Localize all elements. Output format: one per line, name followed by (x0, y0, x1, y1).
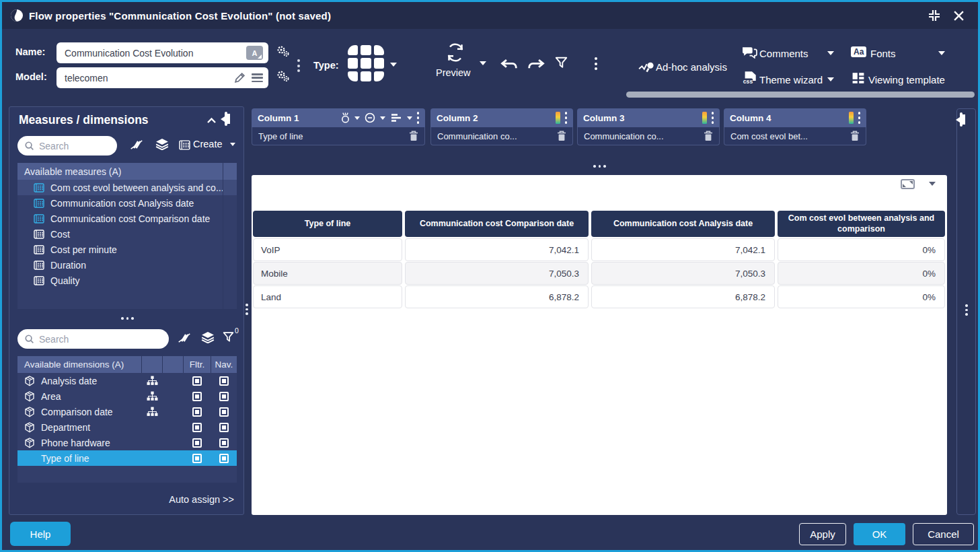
viewing-template-button[interactable]: Viewing template (868, 74, 945, 85)
name-input[interactable] (65, 48, 246, 59)
panel-resize-handle[interactable] (246, 304, 248, 315)
edit-model-icon[interactable] (233, 71, 246, 84)
title-bar: Flow properties "Communication Cost Evol… (2, 2, 978, 29)
color-scale-icon[interactable] (849, 112, 854, 124)
flow-type-grid-icon[interactable] (348, 45, 384, 81)
create-button[interactable]: Create (193, 139, 223, 149)
comments-button[interactable]: Comments (759, 48, 808, 59)
panel-split-handle[interactable] (121, 317, 134, 320)
dimension-filter-icon[interactable]: 0 (223, 331, 238, 343)
fltr-checkbox[interactable] (192, 423, 202, 432)
ranking-caret-icon[interactable] (354, 116, 360, 120)
measure-list-item[interactable]: Duration (17, 257, 237, 273)
type-caret-icon[interactable] (390, 63, 397, 67)
measure-list-item[interactable]: Quality (17, 273, 237, 288)
nav-checkbox[interactable] (219, 376, 229, 386)
dimension-list-item[interactable]: Area (17, 388, 237, 404)
measure-list-item[interactable]: Communication cost Comparison date (17, 211, 237, 226)
model-list-icon[interactable] (252, 73, 263, 82)
chevron-up-icon[interactable] (206, 117, 217, 124)
measure-list-item[interactable]: Communication cost Analysis date (17, 195, 237, 211)
fonts-button[interactable]: Fonts (870, 48, 896, 59)
nav-checkbox[interactable] (219, 392, 229, 401)
expand-right-panel-icon[interactable] (960, 112, 963, 127)
fltr-checkbox[interactable] (192, 438, 202, 448)
apply-button[interactable]: Apply (799, 523, 846, 545)
nav-checkbox[interactable] (219, 423, 229, 432)
column-menu-icon[interactable] (565, 112, 568, 124)
preview-caret-icon[interactable] (480, 61, 486, 65)
measure-list-item[interactable]: Cost per minute (17, 242, 237, 257)
preview-label[interactable]: Preview (436, 67, 471, 78)
auto-assign-link[interactable]: Auto assign >> (169, 494, 234, 505)
preview-refresh-icon[interactable] (445, 42, 465, 63)
ranking-icon[interactable] (341, 112, 350, 124)
compress-window-icon[interactable] (928, 9, 941, 22)
nav-checkbox[interactable] (219, 407, 229, 417)
aggregation-icon[interactable] (365, 112, 375, 123)
fullscreen-icon[interactable] (901, 179, 915, 189)
color-scale-icon[interactable] (556, 112, 560, 124)
create-caret-icon[interactable] (230, 143, 235, 146)
trash-icon[interactable] (409, 131, 418, 141)
fonts-caret-icon[interactable] (938, 51, 945, 55)
sort-icon[interactable] (390, 113, 402, 123)
comments-caret-icon[interactable] (827, 51, 834, 55)
nav-checkbox[interactable] (219, 454, 229, 463)
hide-unused-icon[interactable] (177, 333, 192, 343)
form-more-menu-icon[interactable] (297, 59, 300, 72)
model-flow-gears-icon[interactable] (276, 69, 290, 83)
preview-options-caret-icon[interactable] (929, 182, 936, 186)
dimensions-search-input[interactable] (39, 334, 162, 345)
translate-icon[interactable]: A (246, 46, 263, 60)
measure-list-item[interactable]: Cost (17, 226, 237, 242)
measure-list-item[interactable]: Com cost evol between analysis and co... (17, 180, 237, 195)
column-chip-4[interactable]: Column 4 Com cost evol bet... (724, 108, 866, 145)
dimensions-search-box (17, 329, 169, 349)
theme-wizard-button[interactable]: Theme wizard (759, 74, 823, 85)
layers-icon[interactable] (201, 331, 215, 343)
sort-caret-icon[interactable] (407, 116, 412, 120)
dimension-list-item[interactable]: Analysis date (17, 373, 237, 388)
help-button[interactable]: Help (10, 522, 71, 546)
dimension-list-item[interactable]: Type of line (17, 450, 237, 466)
create-measure-icon[interactable] (179, 140, 190, 150)
trash-icon[interactable] (704, 131, 713, 141)
measures-search-input[interactable] (39, 141, 110, 151)
redo-icon[interactable] (527, 59, 545, 70)
right-panel-resize-handle[interactable] (965, 304, 968, 316)
preview-resize-handle[interactable] (593, 165, 606, 168)
trash-icon[interactable] (557, 131, 566, 141)
dimension-list-item[interactable]: Comparison date (17, 404, 237, 419)
color-scale-icon[interactable] (702, 112, 707, 124)
column-menu-icon[interactable] (712, 112, 714, 124)
layers-icon[interactable] (155, 138, 169, 150)
close-icon[interactable] (953, 10, 965, 22)
dimension-list-item[interactable]: Phone hardware (17, 435, 237, 450)
theme-wizard-caret-icon[interactable] (827, 77, 834, 81)
model-input[interactable] (65, 73, 228, 83)
trash-icon[interactable] (850, 131, 860, 141)
column-chip-2[interactable]: Column 2 Communication co... (430, 108, 573, 145)
fltr-checkbox[interactable] (192, 407, 202, 417)
toolbar-more-menu-icon[interactable] (595, 57, 597, 70)
ok-button[interactable]: OK (854, 523, 905, 545)
adhoc-analysis-button[interactable]: Ad-hoc analysis (656, 61, 727, 73)
cancel-button[interactable]: Cancel (913, 523, 974, 545)
fltr-checkbox[interactable] (192, 454, 202, 463)
column-chip-3[interactable]: Column 3 Communication co... (577, 108, 720, 145)
name-flow-gears-icon[interactable] (276, 44, 290, 59)
collapse-panel-icon[interactable] (225, 112, 227, 126)
toolbar-scrollbar[interactable] (626, 92, 975, 98)
column-chip-1[interactable]: Column 1 Type of line (252, 108, 425, 145)
hide-unused-icon[interactable] (129, 139, 144, 150)
column-menu-icon[interactable] (417, 112, 420, 124)
fltr-checkbox[interactable] (192, 392, 202, 401)
column-menu-icon[interactable] (858, 112, 861, 124)
nav-checkbox[interactable] (219, 438, 229, 448)
undo-icon[interactable] (500, 59, 519, 70)
aggregation-caret-icon[interactable] (380, 116, 385, 120)
filter-icon[interactable] (555, 56, 568, 70)
fltr-checkbox[interactable] (192, 376, 202, 386)
dimension-list-item[interactable]: Department (17, 419, 237, 435)
